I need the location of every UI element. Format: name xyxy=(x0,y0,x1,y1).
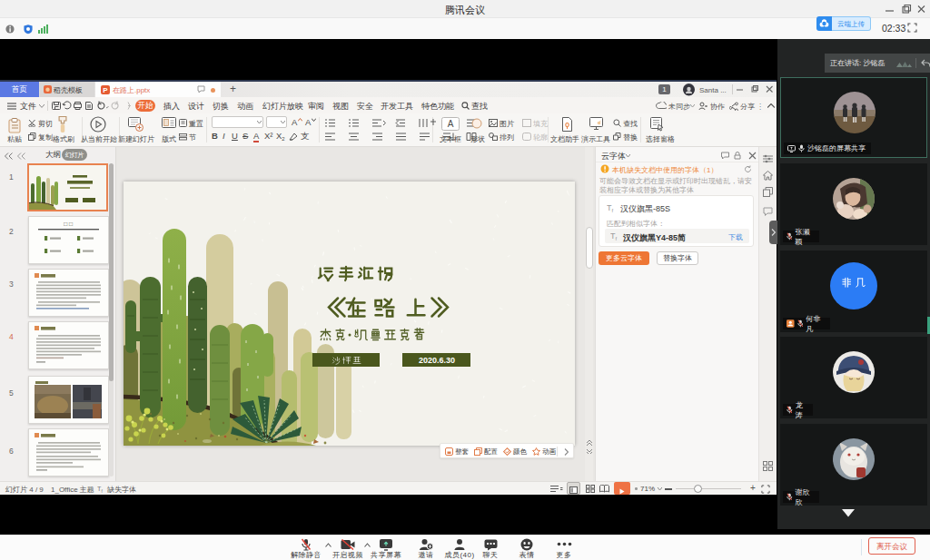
svg-text:A: A xyxy=(448,119,454,129)
svg-text:2020.6.30: 2020.6.30 xyxy=(419,356,455,365)
svg-text:f: f xyxy=(102,489,104,493)
svg-text:f: f xyxy=(616,236,618,241)
svg-text:P: P xyxy=(103,86,108,94)
svg-text:f: f xyxy=(612,208,614,213)
svg-text:□ □: □ □ xyxy=(64,221,73,227)
